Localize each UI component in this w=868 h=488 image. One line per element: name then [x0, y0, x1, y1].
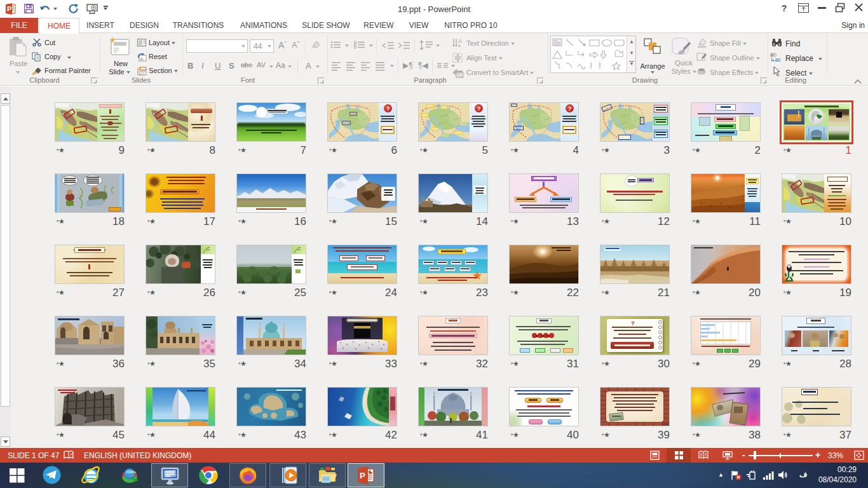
svg-text:P: P	[360, 471, 365, 480]
svg-text:A: A	[458, 38, 462, 44]
